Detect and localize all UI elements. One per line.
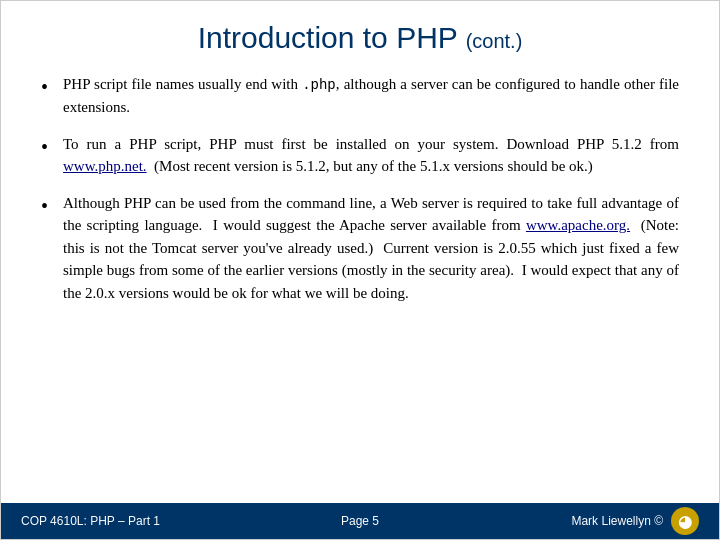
footer: COP 4610L: PHP – Part 1 Page 5 Mark Liew… (1, 503, 719, 539)
bullet-text-3: Although PHP can be used from the comman… (63, 192, 679, 305)
bullet-list: • PHP script file names usually end with… (41, 73, 679, 304)
bullet-item-1: • PHP script file names usually end with… (41, 73, 679, 119)
bullet-dot-2: • (41, 133, 63, 161)
php-net-link[interactable]: www.php.net. (63, 158, 147, 174)
title-sub: (cont.) (466, 30, 523, 52)
bullet-text-1: PHP script file names usually end with .… (63, 73, 679, 119)
slide-title: Introduction to PHP (cont.) (41, 21, 679, 55)
bullet-dot-1: • (41, 73, 63, 101)
code-php: .php (302, 77, 336, 93)
logo-icon: ◕ (671, 507, 699, 535)
apache-org-link[interactable]: www.apache.org. (526, 217, 630, 233)
bullet-item-2: • To run a PHP script, PHP must first be… (41, 133, 679, 178)
slide: Introduction to PHP (cont.) • PHP script… (0, 0, 720, 540)
footer-left: COP 4610L: PHP – Part 1 (21, 514, 247, 528)
bullet-dot-3: • (41, 192, 63, 220)
bullet-item-3: • Although PHP can be used from the comm… (41, 192, 679, 305)
footer-copyright: Mark Liewellyn © (571, 514, 663, 528)
footer-center: Page 5 (247, 514, 473, 528)
bullet-text-2: To run a PHP script, PHP must first be i… (63, 133, 679, 178)
footer-right: Mark Liewellyn © ◕ (473, 507, 699, 535)
slide-content: Introduction to PHP (cont.) • PHP script… (1, 1, 719, 503)
title-main: Introduction to PHP (198, 21, 458, 54)
